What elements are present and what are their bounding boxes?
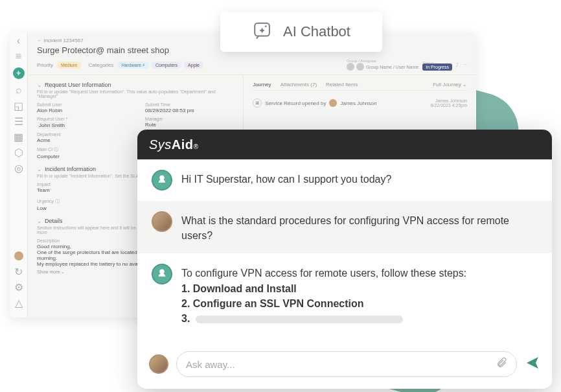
group-value[interactable]: Group Name / User Name <box>366 65 418 69</box>
sysaid-logo: SysAid® <box>149 137 198 152</box>
chat-message-bot: To configure VPN access for remote users… <box>137 253 552 336</box>
chat-panel: SysAid® Hi IT Superstar, how can I suppo… <box>137 130 552 389</box>
message-text: Hi IT Superstar, how can I support you t… <box>181 170 391 187</box>
tag-computers[interactable]: Computers <box>152 62 181 69</box>
attachment-icon[interactable] <box>496 357 507 371</box>
impact-field[interactable]: Team <box>37 187 126 193</box>
search-icon[interactable]: ⌕ <box>14 86 23 95</box>
settings-icon[interactable]: ⚙ <box>14 282 23 292</box>
urgency-field[interactable]: Low <box>37 205 126 211</box>
priority-tag[interactable]: Medium <box>57 62 81 69</box>
chat-input-box[interactable] <box>176 351 517 377</box>
chat-input-row <box>137 343 552 389</box>
categories-label: Categories <box>89 62 114 68</box>
section-title[interactable]: Incident Information <box>45 166 96 172</box>
share-icon[interactable]: ⤴ <box>456 63 459 67</box>
chat-input[interactable] <box>186 359 489 370</box>
add-button[interactable]: + <box>13 67 25 79</box>
assets-icon[interactable]: ▦ <box>14 132 23 141</box>
reports-icon[interactable]: ⬡ <box>14 148 23 157</box>
record-icon: ▣ <box>253 98 262 108</box>
tab-journey[interactable]: Journey <box>253 82 271 87</box>
manager-field[interactable]: Rote <box>145 122 234 128</box>
bot-avatar-icon <box>152 264 172 284</box>
priority-label: Priority <box>37 62 53 68</box>
chat-message-bot: Hi IT Superstar, how can I support you t… <box>137 159 552 201</box>
avatar-icon <box>329 99 337 107</box>
chat-header: SysAid® <box>137 130 552 159</box>
request-user[interactable]: John Smith <box>37 122 67 129</box>
full-journey-dropdown[interactable]: Full Journey ⌄ <box>433 82 467 87</box>
sparkle-icon <box>252 19 274 44</box>
more-icon[interactable]: ⋯ <box>463 62 467 67</box>
sync-icon[interactable]: ↻ <box>14 267 23 276</box>
chat-body: Hi IT Superstar, how can I support you t… <box>137 159 552 343</box>
journey-who: James Johnson <box>340 100 376 106</box>
send-button[interactable] <box>525 355 540 373</box>
list-icon[interactable]: ☰ <box>14 117 23 126</box>
tab-related[interactable]: Related Items <box>326 82 358 87</box>
avatar-icon[interactable] <box>14 251 23 260</box>
submit-user[interactable]: Alon Robin <box>37 108 126 113</box>
dashboard-icon[interactable]: ◱ <box>14 101 23 110</box>
location-icon[interactable]: ◎ <box>14 163 23 172</box>
sidebar-rail: ‹ ≡ + ⌕ ◱ ☰ ▦ ⬡ ◎ ↻ ⚙ △ <box>10 32 28 317</box>
section-title[interactable]: Request User Information <box>45 82 111 88</box>
section-sub: Fill in or update "Request User Informat… <box>37 89 234 98</box>
user-avatar-icon <box>149 354 168 374</box>
tag-apple[interactable]: Apple <box>184 62 203 69</box>
user-avatar-icon <box>152 211 172 232</box>
department-field[interactable]: Acme <box>37 137 126 143</box>
ai-chatbot-badge: AI Chatbot <box>220 12 382 52</box>
menu-icon[interactable]: ≡ <box>14 52 23 61</box>
status-badge[interactable]: In Progress <box>422 63 452 71</box>
tab-attachments[interactable]: Attachments (7) <box>280 82 317 87</box>
chat-message-user: What is the standard procedures for conf… <box>137 201 552 253</box>
brand-icon: △ <box>14 298 23 307</box>
message-text: To configure VPN access for remote users… <box>181 264 466 326</box>
chevron-left-icon[interactable]: ‹ <box>14 36 23 45</box>
loading-indicator <box>196 316 403 323</box>
message-text: What is the standard procedures for conf… <box>181 211 538 243</box>
journey-item: ▣ Service Record opened by James Johnson… <box>253 95 467 111</box>
section-title[interactable]: Details <box>45 218 63 224</box>
tag-hardware[interactable]: Hardware + <box>117 62 148 69</box>
submit-time: 08/29/2022 08:53 pm <box>145 108 234 113</box>
bot-avatar-icon <box>152 170 172 190</box>
badge-label: AI Chatbot <box>283 23 350 40</box>
